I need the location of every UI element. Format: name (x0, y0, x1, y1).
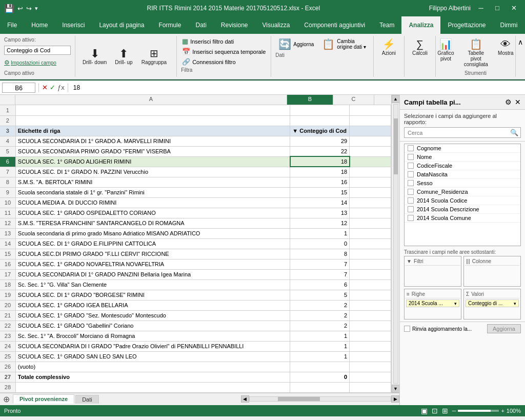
cell-b[interactable] (290, 382, 350, 392)
cell-a[interactable]: SCUOLA SEC. 1° GRADO ALIGHERI RIMINI (15, 156, 290, 167)
field-item[interactable]: Cognome (405, 144, 520, 153)
spreadsheet-body[interactable]: 123Etichette di riga▼ Conteggio di Cod4S… (0, 105, 391, 393)
minimize-btn[interactable]: ─ (474, 1, 488, 15)
scroll-right-btn[interactable]: ▶ (391, 395, 399, 403)
aggiorna-btn[interactable]: 🔄 Aggiorna (275, 37, 317, 51)
cell-a[interactable] (15, 105, 290, 115)
close-btn[interactable]: ✕ (507, 1, 521, 15)
cell-a[interactable]: SCUOLA SECONDARIA DI 1° GRADO PANZINI Be… (15, 269, 290, 279)
zoom-slider[interactable] (458, 410, 499, 412)
cell-a[interactable]: S.M.S. "A. BERTOLA" RIMINI (15, 177, 290, 187)
vertical-scrollbar[interactable]: ▲ ▼ (391, 95, 399, 393)
cell-reference-box[interactable]: B6 (2, 83, 35, 93)
cell-c[interactable] (350, 126, 391, 136)
cell-a[interactable] (15, 115, 290, 126)
impostazioni-campo-link[interactable]: ⚙ Impostazioni campo (4, 59, 56, 66)
tab-file[interactable]: File (0, 16, 24, 34)
cell-c[interactable] (350, 290, 391, 300)
col-header-c[interactable]: C (333, 95, 374, 105)
cell-b[interactable]: 14 (290, 197, 350, 208)
tab-dati[interactable]: Dati (188, 16, 213, 34)
rp-close-icon[interactable]: ✕ (515, 98, 521, 106)
ribbon-collapse-btn[interactable]: ∧ (516, 36, 525, 77)
cell-c[interactable] (350, 167, 391, 177)
tab-formule[interactable]: Formule (151, 16, 188, 34)
table-row[interactable]: 27Totale complessivo0 (0, 372, 391, 382)
rp-search-icon[interactable]: 🔍 (510, 129, 518, 136)
cell-a[interactable]: SCUOLA SEC.DI PRIMO GRADO "F.LLI CERVI" … (15, 249, 290, 259)
table-row[interactable]: 12S.M.S. "TERESA FRANCHINI" SANTARCANGEL… (0, 218, 391, 228)
table-row[interactable]: 28 (0, 382, 391, 392)
table-row[interactable]: 7SCUOLA SEC. DI 1° GRADO N. PAZZINI Veru… (0, 167, 391, 177)
rinvia-checkbox[interactable] (404, 326, 410, 332)
sheet-tab-pivot[interactable]: Pivot provenienze (13, 394, 74, 404)
table-row[interactable]: 26(vuoto) (0, 362, 391, 372)
cell-b[interactable]: 16 (290, 177, 350, 187)
table-row[interactable]: 24SCUOLA SECONDARIA DI I GRADO "Padre Or… (0, 341, 391, 351)
calcoli-btn[interactable]: ∑ Calcoli (409, 37, 431, 58)
tab-team[interactable]: Team (372, 16, 401, 34)
cell-b[interactable]: 6 (290, 279, 350, 290)
cell-b[interactable]: 0 (290, 238, 350, 249)
drill-down-btn[interactable]: ⬇ Drill- down (79, 47, 110, 66)
cell-b[interactable]: 7 (290, 259, 350, 269)
scroll-track-h[interactable] (249, 396, 391, 402)
table-row[interactable]: 21SCUOLA SEC. 1° GRADO "Sez. Montescudo"… (0, 310, 391, 321)
cell-b[interactable] (290, 105, 350, 115)
redo-icon[interactable]: ↪ (26, 5, 32, 12)
table-row[interactable]: 9Scuola secondaria statale di 1° gr. "Pa… (0, 187, 391, 197)
cell-a[interactable]: SCUOLA SEC. 1° GRADO "Gabellini" Coriano (15, 321, 290, 331)
cell-a[interactable] (15, 382, 290, 392)
cell-c[interactable] (350, 382, 391, 392)
cell-a[interactable]: Totale complessivo (15, 372, 290, 382)
tab-progettazione[interactable]: Progettazione (440, 16, 493, 34)
righe-chip[interactable]: 2014 Scuola ... ▾ (406, 299, 459, 307)
cell-c[interactable] (350, 321, 391, 331)
field-checkbox[interactable] (408, 189, 414, 195)
cell-c[interactable] (350, 115, 391, 126)
formula-input[interactable] (71, 84, 523, 91)
table-row[interactable]: 2 (0, 115, 391, 126)
add-sheet-btn[interactable]: ⊕ (0, 394, 13, 404)
cell-c[interactable] (350, 300, 391, 310)
raggruppa-btn[interactable]: ⊞ Raggruppa (138, 46, 170, 67)
zoom-in-btn[interactable]: + (501, 408, 504, 414)
cell-b[interactable]: 7 (290, 269, 350, 279)
cell-a[interactable]: SCUOLA SECONDARIA DI I GRADO "Padre Oraz… (15, 341, 290, 351)
cell-a[interactable]: SCUOLA SEC. 1° GRADO IGEA BELLARIA (15, 300, 290, 310)
scroll-left-btn[interactable]: ◀ (241, 395, 249, 403)
field-checkbox[interactable] (408, 154, 414, 160)
cancel-formula-icon[interactable]: ✕ (42, 84, 48, 91)
tab-visualizza[interactable]: Visualizza (255, 16, 297, 34)
cell-b[interactable]: 8 (290, 249, 350, 259)
cell-a[interactable]: SCUOLA SECONDARIA DI 1° GRADO A. MARVELL… (15, 136, 290, 146)
layout-normal-icon[interactable]: ▣ (421, 407, 428, 415)
table-row[interactable]: 16SCUOLA SEC. 1° GRADO NOVAFELTRIA NOVAF… (0, 259, 391, 269)
mostra-btn[interactable]: 👁 Mostra (495, 37, 516, 58)
tab-inserisci[interactable]: Inserisci (55, 16, 92, 34)
valori-chip[interactable]: Conteggio di ... ▾ (466, 299, 519, 307)
cell-b[interactable]: 13 (290, 208, 350, 218)
table-row[interactable]: 6SCUOLA SEC. 1° GRADO ALIGHERI RIMINI18 (0, 156, 391, 167)
tabelle-pivot-btn[interactable]: 📋 Tabelle pivotconsigliata (459, 37, 493, 69)
cell-a[interactable]: SCUOLA SEC. 1° GRADO "Sez. Montescudo" M… (15, 310, 290, 321)
cell-b[interactable]: 1 (290, 228, 350, 238)
tab-revisione[interactable]: Revisione (214, 16, 255, 34)
scroll-track-v[interactable] (393, 104, 398, 384)
field-checkbox[interactable] (408, 163, 414, 169)
cell-c[interactable] (350, 177, 391, 187)
cell-c[interactable] (350, 105, 391, 115)
table-row[interactable]: 19SCUOLA SEC. DI 1° GRADO "BORGESE" RIMI… (0, 290, 391, 300)
cell-b[interactable]: 12 (290, 218, 350, 228)
cell-a[interactable]: SCUOLA SECONDARIA PRIMO GRADO "FERMI" VI… (15, 146, 290, 156)
table-row[interactable]: 17SCUOLA SECONDARIA DI 1° GRADO PANZINI … (0, 269, 391, 279)
cell-c[interactable] (350, 238, 391, 249)
col-header-b[interactable]: B (287, 95, 333, 105)
cell-b[interactable]: 1 (290, 351, 350, 362)
cell-c[interactable] (350, 362, 391, 372)
layout-page-icon[interactable]: ⊡ (432, 407, 438, 415)
cell-a[interactable]: Sc. Sec. 1° "A. Broccoli" Morciano di Ro… (15, 331, 290, 341)
field-item[interactable]: 2014 Scuola Descrizione (405, 205, 520, 214)
cell-b[interactable]: 22 (290, 146, 350, 156)
cell-c[interactable] (350, 208, 391, 218)
